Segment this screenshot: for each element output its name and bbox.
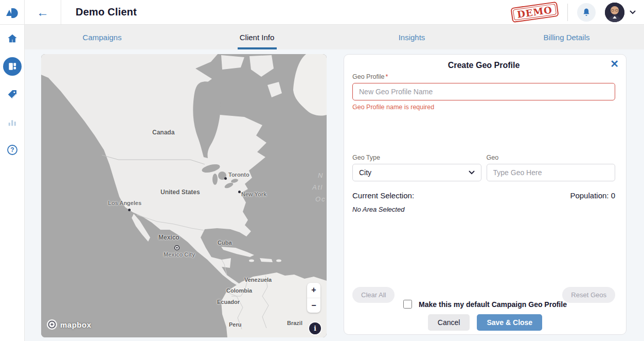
sidebar-item-home[interactable] <box>3 29 22 48</box>
zoom-out-button[interactable]: − <box>307 298 320 313</box>
sidebar-item-help[interactable]: ? <box>3 141 22 159</box>
mapbox-attribution[interactable]: mapbox <box>46 319 92 330</box>
map-zoom-control: + − <box>307 283 320 313</box>
map-dot-toronto <box>224 177 227 180</box>
svg-text:?: ? <box>10 146 14 154</box>
create-geo-profile-panel: Create Geo Profile ✕ Geo Profile* Geo Pr… <box>344 54 627 335</box>
main-content: Canada United States Mexico Cuba Venezue… <box>25 49 644 341</box>
geo-profile-name-input[interactable] <box>352 83 615 100</box>
default-geo-profile-checkbox[interactable] <box>403 300 412 309</box>
home-icon <box>7 33 18 44</box>
geo-map[interactable]: Canada United States Mexico Cuba Venezue… <box>41 54 327 337</box>
map-dot-new-york <box>238 191 241 193</box>
avatar <box>605 3 624 22</box>
left-sidebar: ? <box>0 25 25 341</box>
tab-billing-details[interactable]: Billing Details <box>489 25 644 49</box>
mapbox-icon <box>46 319 58 330</box>
sidebar-item-analytics[interactable] <box>3 113 22 131</box>
help-icon: ? <box>6 144 19 156</box>
zoom-in-button[interactable]: + <box>307 283 320 298</box>
geo-profile-error: Geo Profile name is required <box>352 104 615 111</box>
tab-insights[interactable]: Insights <box>334 25 489 49</box>
geo-type-label: Geo Type <box>352 154 481 161</box>
required-asterisk: * <box>386 73 388 80</box>
demo-stamp-badge: DEMO <box>510 2 559 23</box>
brand-logo-icon <box>5 5 20 20</box>
close-icon[interactable]: ✕ <box>610 59 619 69</box>
top-bar: ← Demo Client DEMO <box>0 0 644 25</box>
tab-client-info[interactable]: Client Info <box>180 25 334 49</box>
current-selection-label: Current Selection: <box>352 191 414 200</box>
default-geo-profile-label: Make this my default Campaign Geo Profil… <box>419 300 567 309</box>
notifications-button[interactable] <box>577 3 596 22</box>
active-tab-underline <box>238 47 277 49</box>
dashboard-icon <box>7 61 17 72</box>
geo-type-select[interactable]: City <box>352 164 481 181</box>
chevron-down-icon <box>630 10 636 14</box>
client-tabs: Campaigns Client Info Insights Billing D… <box>25 25 644 49</box>
no-area-selected-text: No Area Selected <box>352 206 615 213</box>
geo-profile-label: Geo Profile* <box>352 73 615 80</box>
geo-type-value: City <box>359 168 371 177</box>
sidebar-item-dashboard[interactable] <box>3 57 22 76</box>
tab-campaigns[interactable]: Campaigns <box>25 25 180 49</box>
topbar-divider <box>567 4 568 21</box>
bell-icon <box>581 7 592 18</box>
tag-icon <box>7 89 18 100</box>
back-arrow-icon: ← <box>37 6 49 19</box>
geo-search-input[interactable] <box>487 164 616 181</box>
bar-chart-icon <box>7 116 18 128</box>
sidebar-item-tags[interactable] <box>3 85 22 104</box>
select-chevron-icon <box>469 170 475 175</box>
population-value: Population: 0 <box>570 191 615 200</box>
map-canvas <box>41 54 327 337</box>
map-marker-mexico-city <box>174 245 180 251</box>
map-dot-los-angeles <box>128 209 131 211</box>
geo-label: Geo <box>487 154 616 161</box>
map-info-button[interactable]: i <box>309 322 321 334</box>
user-menu[interactable] <box>605 3 636 22</box>
save-close-button[interactable]: Save & Close <box>477 314 542 331</box>
cancel-button[interactable]: Cancel <box>428 314 470 331</box>
panel-title: Create Geo Profile <box>352 61 615 70</box>
brand-logo[interactable] <box>0 0 25 25</box>
back-button[interactable]: ← <box>25 0 61 25</box>
page-title: Demo Client <box>76 6 137 18</box>
